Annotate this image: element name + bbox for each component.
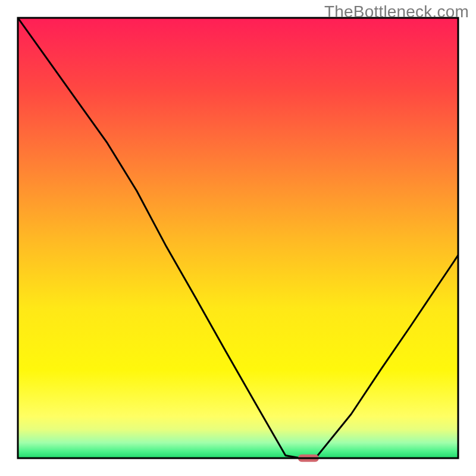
plot-background: [18, 18, 458, 458]
bottleneck-plot: [0, 0, 476, 476]
chart-stage: TheBottleneck.com: [0, 0, 476, 476]
watermark-text: TheBottleneck.com: [324, 2, 469, 21]
